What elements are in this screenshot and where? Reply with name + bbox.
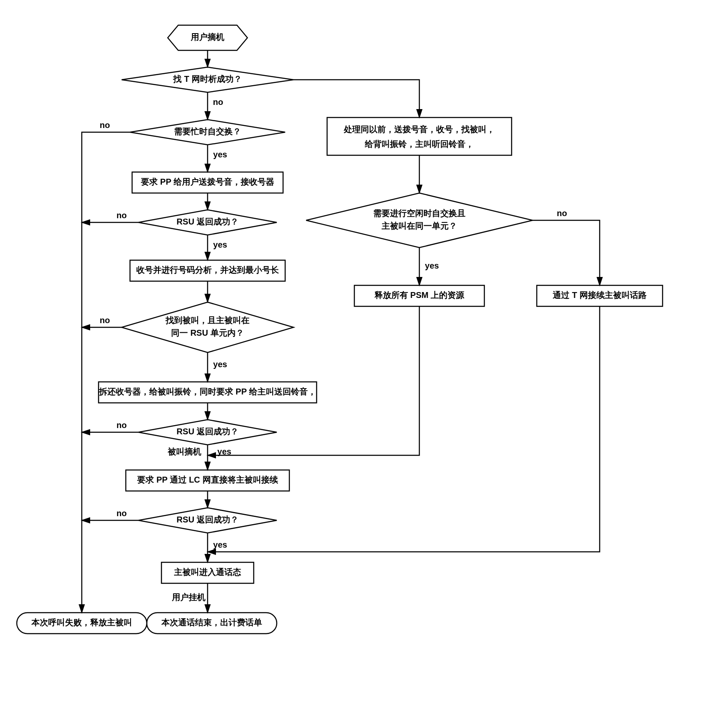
node-rd1	[306, 193, 533, 248]
label-d1-no: no	[213, 97, 223, 107]
text-d1: 找 T 网时析成功？	[173, 74, 242, 84]
node-rp1	[327, 117, 512, 155]
label-d6-yes: yes	[213, 540, 227, 549]
label-d2-no: no	[100, 120, 110, 130]
text-rp1a: 处理同以前，送拨号音，收号，找被叫，	[343, 125, 495, 134]
text-d4b: 同一 RSU 单元内？	[171, 328, 244, 337]
label-d3-no: no	[117, 211, 127, 220]
text-d6: RSU 返回成功？	[177, 515, 239, 524]
label-d5-offhook: 被叫摘机	[167, 447, 201, 456]
text-p2: 收号并进行号码分析，并达到最小号长	[136, 265, 279, 274]
label-d6-no: no	[117, 509, 127, 518]
node-d4	[122, 302, 294, 352]
text-start: 用户摘机	[190, 32, 224, 42]
text-d3: RSU 返回成功？	[177, 217, 239, 226]
text-p5: 主被叫进入通话态	[174, 567, 241, 577]
text-d2: 需要忙时自交换？	[174, 127, 241, 136]
label-rd1-yes: yes	[425, 261, 439, 270]
text-rp1b: 给背叫振铃，主叫听回铃音，	[364, 139, 474, 149]
text-end-ok: 本次通话结束，出计费话单	[161, 618, 262, 627]
text-rd1b: 主被叫在同一单元？	[381, 221, 457, 230]
label-d3-yes: yes	[213, 240, 227, 249]
text-p4: 要求 PP 通过 LC 网直接将主被叫接续	[137, 475, 278, 484]
label-d5-yes: yes	[217, 447, 231, 456]
label-hangup: 用户挂机	[172, 593, 205, 602]
label-d4-yes: yes	[213, 360, 227, 369]
text-p3: 拆还收号器，给被叫振铃，同时要求 PP 给主叫送回铃音，	[99, 387, 316, 396]
label-d5-no: no	[117, 420, 127, 430]
label-d4-no: no	[100, 316, 110, 325]
text-rp3: 通过 T 网接续主被叫话路	[552, 290, 646, 300]
label-d2-yes: yes	[213, 150, 227, 159]
text-p1: 要求 PP 给用户送拨号音，接收号器	[140, 177, 274, 186]
text-rd1a: 需要进行空闲时自交换且	[373, 209, 465, 218]
label-rd1-no: no	[557, 209, 567, 218]
text-rp2: 释放所有 PSM 上的资源	[374, 290, 465, 300]
text-d4a: 找到被叫，且主被叫在	[165, 316, 250, 325]
text-d5: RSU 返回成功？	[177, 427, 239, 436]
text-end-fail: 本次呼叫失败，释放主被叫	[31, 618, 132, 627]
